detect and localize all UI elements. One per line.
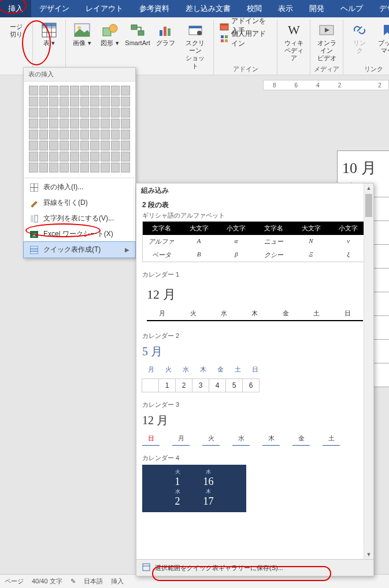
scroll-up-icon[interactable]: ▲ (364, 183, 373, 193)
grid-cell[interactable] (39, 152, 49, 161)
link-button[interactable]: リン ク (346, 20, 373, 65)
grid-cell[interactable] (49, 97, 58, 106)
grid-cell[interactable] (60, 119, 69, 128)
qt-calendar-3[interactable]: カレンダー 3 12 月 日月火水木金土 (136, 398, 373, 451)
grid-cell[interactable] (90, 152, 99, 161)
grid-cell[interactable] (121, 108, 130, 117)
grid-cell[interactable] (29, 152, 38, 161)
image-button[interactable]: 画像 ▾ (68, 20, 96, 75)
grid-cell[interactable] (70, 152, 79, 161)
screenshot-button[interactable]: スクリーン ショット (179, 20, 211, 75)
scroll-thumb[interactable] (365, 194, 372, 217)
chart-button[interactable]: グラフ (151, 20, 179, 75)
grid-cell[interactable] (39, 119, 49, 128)
grid-cell[interactable] (90, 119, 99, 128)
grid-cell[interactable] (111, 152, 120, 161)
grid-cell[interactable] (121, 141, 130, 150)
menu-draw-table[interactable]: 罫線を引く(D) (24, 195, 135, 211)
page-break-button[interactable]: ージ 切り (2, 20, 30, 75)
grid-cell[interactable] (80, 97, 90, 106)
grid-cell[interactable] (90, 163, 99, 172)
tab-references[interactable]: 参考資料 (131, 0, 177, 17)
grid-cell[interactable] (70, 130, 79, 139)
grid-cell[interactable] (29, 108, 38, 117)
status-language[interactable]: 日本語 (84, 577, 103, 586)
status-page[interactable]: ページ (5, 577, 24, 586)
proofing-icon[interactable]: ✎ (71, 578, 76, 585)
grid-cell[interactable] (29, 163, 38, 172)
tab-table-design[interactable]: デザイン (371, 0, 389, 17)
table-size-grid[interactable] (24, 82, 135, 177)
grid-cell[interactable] (60, 152, 69, 161)
grid-cell[interactable] (29, 141, 38, 150)
grid-cell[interactable] (29, 130, 38, 139)
grid-cell[interactable] (111, 119, 120, 128)
qt-calendar-1[interactable]: カレンダー 1 12 月 月火水木金土日 (136, 268, 373, 329)
grid-cell[interactable] (121, 86, 130, 95)
grid-cell[interactable] (111, 130, 120, 139)
grid-cell[interactable] (101, 86, 110, 95)
grid-cell[interactable] (39, 108, 49, 117)
status-word-count[interactable]: 40/40 文字 (32, 577, 62, 586)
grid-cell[interactable] (111, 141, 120, 150)
grid-cell[interactable] (60, 163, 69, 172)
grid-cell[interactable] (49, 163, 58, 172)
grid-cell[interactable] (49, 86, 58, 95)
bookmark-button[interactable]: ブックマー (373, 20, 389, 65)
tab-developer[interactable]: 開発 (301, 0, 332, 17)
grid-cell[interactable] (101, 119, 110, 128)
tab-view[interactable]: 表示 (270, 0, 301, 17)
grid-cell[interactable] (70, 97, 79, 106)
grid-cell[interactable] (80, 86, 90, 95)
grid-cell[interactable] (39, 130, 49, 139)
grid-cell[interactable] (121, 119, 130, 128)
menu-quick-tables[interactable]: クイック表作成(T) ▶ (23, 241, 136, 258)
grid-cell[interactable] (101, 152, 110, 161)
grid-cell[interactable] (90, 130, 99, 139)
grid-cell[interactable] (70, 141, 79, 150)
grid-cell[interactable] (70, 119, 79, 128)
grid-cell[interactable] (90, 108, 99, 117)
shapes-button[interactable]: 図形 ▾ (96, 20, 124, 75)
smartart-button[interactable]: SmartArt (124, 20, 151, 75)
my-addins-button[interactable]: 個人用アドイン (216, 32, 275, 45)
tab-review[interactable]: 校閲 (239, 0, 270, 17)
grid-cell[interactable] (80, 152, 90, 161)
grid-cell[interactable] (70, 163, 79, 172)
grid-cell[interactable] (39, 141, 49, 150)
status-insert-mode[interactable]: 挿入 (111, 577, 124, 586)
grid-cell[interactable] (101, 141, 110, 150)
qt-calendar-2[interactable]: カレンダー 2 5 月 月火水木金土日 123456 (136, 329, 373, 398)
grid-cell[interactable] (49, 108, 58, 117)
tab-mailings[interactable]: 差し込み文書 (177, 0, 239, 17)
grid-cell[interactable] (101, 163, 110, 172)
online-video-button[interactable]: オンライン ビデオ (313, 20, 340, 65)
table-button[interactable]: 表 ▾ (35, 20, 63, 75)
tab-help[interactable]: ヘルプ (332, 0, 371, 17)
grid-cell[interactable] (60, 141, 69, 150)
grid-cell[interactable] (90, 97, 99, 106)
horizontal-ruler[interactable]: 864224 (263, 80, 389, 90)
save-to-gallery[interactable]: 選択範囲をクイック表ギャラリーに保存(S)... (136, 559, 373, 576)
grid-cell[interactable] (121, 163, 130, 172)
tab-design[interactable]: デザイン (31, 0, 77, 17)
menu-insert-table[interactable]: 表の挿入(I)... (24, 179, 135, 195)
flyout-scrollbar[interactable]: ▲ ▼ (364, 183, 373, 560)
grid-cell[interactable] (121, 130, 130, 139)
grid-cell[interactable] (29, 86, 38, 95)
grid-cell[interactable] (49, 152, 58, 161)
menu-convert-text[interactable]: 文字列を表にする(V)... (24, 211, 135, 226)
grid-cell[interactable] (49, 130, 58, 139)
grid-cell[interactable] (80, 108, 90, 117)
grid-cell[interactable] (101, 130, 110, 139)
scroll-down-icon[interactable]: ▼ (364, 550, 373, 560)
grid-cell[interactable] (60, 108, 69, 117)
grid-cell[interactable] (111, 86, 120, 95)
grid-cell[interactable] (49, 119, 58, 128)
grid-cell[interactable] (121, 97, 130, 106)
grid-cell[interactable] (111, 108, 120, 117)
grid-cell[interactable] (90, 141, 99, 150)
grid-cell[interactable] (90, 86, 99, 95)
grid-cell[interactable] (80, 119, 90, 128)
grid-cell[interactable] (39, 163, 49, 172)
